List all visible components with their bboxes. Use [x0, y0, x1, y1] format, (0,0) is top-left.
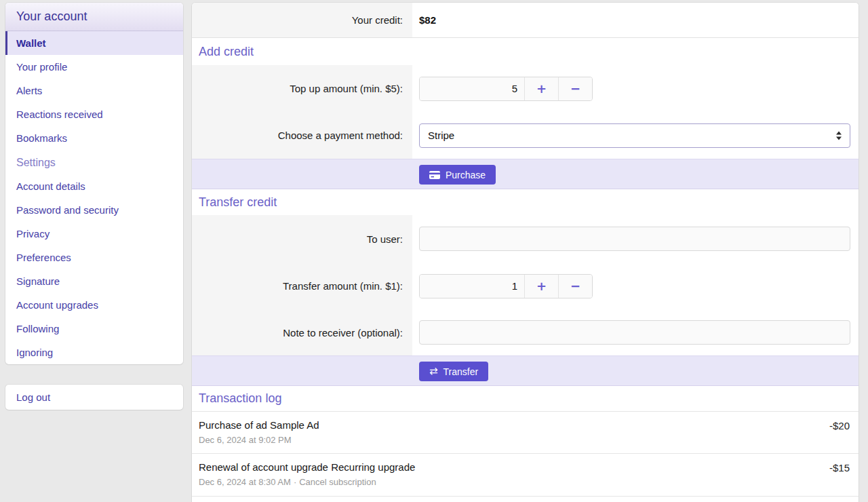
transfer-amount-stepper: + − — [419, 274, 593, 298]
sidebar-item-ignoring[interactable]: Ignoring — [5, 341, 183, 364]
sidebar-item-your-profile[interactable]: Your profile — [5, 55, 183, 79]
transfer-increment-button[interactable]: + — [524, 275, 558, 298]
transfer-button[interactable]: ⇄ Transfer — [419, 362, 488, 381]
transaction-title: Purchase of ad Sample Ad — [199, 419, 850, 432]
sidebar-item-account-upgrades[interactable]: Account upgrades — [5, 293, 183, 317]
sidebar-item-privacy[interactable]: Privacy — [5, 222, 183, 246]
note-to-receiver-label: Note to receiver (optional): — [192, 309, 412, 355]
select-arrows-icon — [836, 131, 842, 140]
transaction-date: Dec 6, 2024 at 8:30 AM — [199, 477, 291, 487]
wallet-panel: Your credit: $82 Add credit Top up amoun… — [192, 3, 859, 502]
transfer-amount-input[interactable] — [420, 275, 524, 298]
your-credit-value: $82 — [419, 14, 436, 26]
transfer-credit-footer: ⇄ Transfer — [192, 355, 859, 386]
purchase-button[interactable]: Purchase — [419, 165, 496, 185]
sidebar-section-settings: Settings — [5, 150, 183, 174]
purchase-button-label: Purchase — [446, 170, 486, 180]
note-to-receiver-input[interactable] — [419, 320, 850, 345]
transfer-button-label: Transfer — [443, 366, 479, 377]
transaction-row: Renewal of account upgrade Recurring upg… — [192, 454, 859, 497]
payment-method-select[interactable]: Stripe — [419, 123, 850, 148]
to-user-row: To user: — [192, 215, 859, 263]
transaction-row-partial — [192, 497, 859, 501]
topup-amount-label: Top up amount (min. $5): — [192, 65, 412, 112]
credit-card-icon — [429, 171, 440, 179]
payment-method-label: Choose a payment method: — [192, 112, 412, 159]
transaction-amount: -$20 — [829, 420, 850, 431]
sidebar-item-reactions-received[interactable]: Reactions received — [5, 102, 183, 126]
sidebar-item-wallet[interactable]: Wallet — [5, 31, 183, 55]
add-credit-title: Add credit — [192, 38, 859, 65]
topup-increment-button[interactable]: + — [524, 77, 558, 100]
dot-separator: · — [294, 477, 296, 487]
sidebar-item-bookmarks[interactable]: Bookmarks — [5, 126, 183, 150]
transfer-decrement-button[interactable]: − — [558, 275, 592, 298]
cancel-subscription-link[interactable]: Cancel subscription — [299, 477, 376, 487]
sidebar-title: Your account — [5, 3, 183, 31]
sidebar-item-signature[interactable]: Signature — [5, 269, 183, 293]
logout-card: Log out — [5, 385, 183, 410]
topup-amount-stepper: + − — [419, 77, 593, 101]
transfer-arrows-icon: ⇄ — [429, 366, 438, 376]
logout-link[interactable]: Log out — [16, 391, 50, 403]
your-credit-label: Your credit: — [192, 3, 412, 37]
note-to-receiver-row: Note to receiver (optional): — [192, 309, 859, 355]
transaction-date: Dec 6, 2024 at 9:02 PM — [199, 435, 292, 445]
transaction-title: Renewal of account upgrade Recurring upg… — [199, 461, 850, 474]
topup-amount-input[interactable] — [420, 77, 524, 100]
payment-method-row: Choose a payment method: Stripe — [192, 112, 859, 159]
transaction-amount: -$15 — [829, 462, 850, 474]
account-sidebar: Your account Wallet Your profile Alerts … — [5, 3, 183, 364]
transfer-amount-row: Transfer amount (min. $1): + − — [192, 263, 859, 309]
sidebar-item-preferences[interactable]: Preferences — [5, 246, 183, 269]
sidebar-nav: Wallet Your profile Alerts Reactions rec… — [5, 31, 183, 364]
topup-decrement-button[interactable]: − — [558, 77, 592, 100]
to-user-label: To user: — [192, 215, 412, 263]
to-user-input[interactable] — [419, 227, 850, 251]
sidebar-item-following[interactable]: Following — [5, 317, 183, 341]
sidebar-item-account-details[interactable]: Account details — [5, 174, 183, 198]
sidebar-item-alerts[interactable]: Alerts — [5, 79, 183, 102]
transfer-amount-label: Transfer amount (min. $1): — [192, 263, 412, 309]
sidebar-item-password-security[interactable]: Password and security — [5, 198, 183, 222]
transaction-row: Purchase of ad Sample Ad Dec 6, 2024 at … — [192, 412, 859, 454]
add-credit-footer: Purchase — [192, 159, 859, 189]
transaction-log-title: Transaction log — [192, 386, 859, 412]
payment-method-value: Stripe — [428, 130, 454, 141]
your-credit-row: Your credit: $82 — [192, 3, 859, 38]
topup-amount-row: Top up amount (min. $5): + − — [192, 65, 859, 112]
transfer-credit-title: Transfer credit — [192, 189, 859, 215]
